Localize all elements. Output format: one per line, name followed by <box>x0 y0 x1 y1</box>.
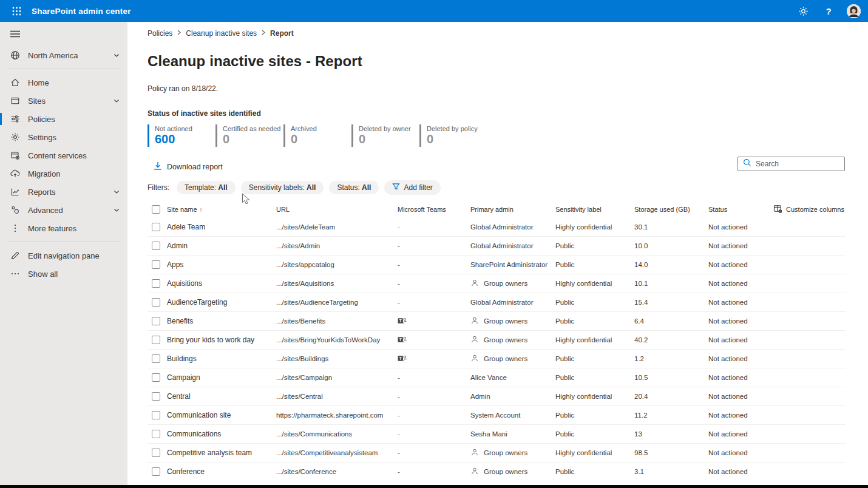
storage-used-cell: 30.1 <box>634 223 708 231</box>
primary-admin-cell: SharePoint Administrator <box>470 261 548 268</box>
sidebar-item-advanced[interactable]: Advanced <box>0 201 127 219</box>
counter-value: 0 <box>291 132 351 146</box>
filter-pill-status[interactable]: Status: All <box>329 181 379 194</box>
row-checkbox[interactable] <box>152 449 160 457</box>
status-counter-deleted-by-policy[interactable]: Deleted by policy0 <box>419 124 487 147</box>
sidebar-item-edit-navigation-pane[interactable]: Edit navigation pane <box>0 246 127 265</box>
account-avatar[interactable] <box>847 4 861 18</box>
sidebar-item-show-all[interactable]: Show all <box>0 265 127 283</box>
column-header-primary-admin[interactable]: Primary admin <box>470 206 555 213</box>
table-row[interactable]: Communication sitehttps://pharmateck.sha… <box>147 405 846 424</box>
row-checkbox[interactable] <box>152 392 160 401</box>
app-launcher-waffle-icon[interactable] <box>7 2 25 20</box>
site-name-cell[interactable]: Aquisitions <box>167 279 276 288</box>
table-row[interactable]: Aquisitions.../sites/Aquisitions-Group o… <box>147 274 846 293</box>
sensitivity-label-cell: Highly confidential <box>555 280 634 287</box>
row-checkbox[interactable] <box>152 467 160 476</box>
filter-pill-sensitivity-labels[interactable]: Sensitivity labels: All <box>241 181 324 194</box>
table-row[interactable]: Buildings.../sites/BuildingsTGroup owner… <box>147 349 846 368</box>
column-header-site-name[interactable]: Site name↑ <box>167 206 276 213</box>
sidebar-item-more-features[interactable]: More features <box>0 219 127 237</box>
site-name-cell[interactable]: Campaign <box>167 373 276 382</box>
filter-pill-template[interactable]: Template: All <box>177 181 236 194</box>
site-name-cell[interactable]: Benefits <box>167 317 276 325</box>
status-counter-certified-as-needed[interactable]: Certified as needed0 <box>215 124 283 147</box>
policies-icon <box>10 114 20 124</box>
table-row[interactable]: Conference.../sites/Conference-Group own… <box>147 462 846 481</box>
table-row[interactable]: Apps.../sites/appcatalog-SharePoint Admi… <box>147 255 846 274</box>
table-row[interactable]: AudienceTargeting.../sites/AudienceTarge… <box>147 293 846 311</box>
storage-used-cell: 1.2 <box>634 355 708 362</box>
download-report-button[interactable]: Download report <box>154 161 245 172</box>
row-checkbox[interactable] <box>152 298 160 307</box>
add-filter-button[interactable]: Add filter <box>384 180 440 195</box>
sidebar-item-home[interactable]: Home <box>0 73 127 92</box>
status-cell: Not actioned <box>708 261 846 268</box>
search-input[interactable] <box>756 160 839 168</box>
help-icon[interactable]: ? <box>821 4 836 18</box>
row-checkbox[interactable] <box>152 223 160 231</box>
column-header-sensitivity-label[interactable]: Sensitivity label <box>555 206 634 213</box>
status-counter-not-actioned[interactable]: Not actioned600 <box>147 124 215 147</box>
row-checkbox[interactable] <box>152 317 160 325</box>
table-row[interactable]: Bring your kids to work day.../sites/Bri… <box>147 330 846 349</box>
sidebar-item-label: Edit navigation pane <box>28 251 100 260</box>
site-name-cell[interactable]: Buildings <box>167 354 276 363</box>
status-counter-deleted-by-owner[interactable]: Deleted by owner0 <box>351 124 419 147</box>
customize-columns-button[interactable]: Customize columns <box>773 205 846 214</box>
site-name-cell[interactable]: Competitive analysis team <box>167 449 276 457</box>
site-name-cell[interactable]: AudienceTargeting <box>167 298 276 307</box>
site-name-cell[interactable]: Admin <box>167 242 276 250</box>
table-row[interactable]: Competitive analysis team.../sites/Compe… <box>147 443 846 462</box>
site-name-cell[interactable]: Communication site <box>167 411 276 419</box>
site-name-cell[interactable]: Apps <box>167 260 276 269</box>
storage-used-cell: 10.1 <box>634 280 708 287</box>
select-all-checkbox[interactable] <box>152 205 160 214</box>
sidebar-item-reports[interactable]: Reports <box>0 183 127 201</box>
breadcrumb-item[interactable]: Policies <box>147 29 172 38</box>
row-checkbox[interactable] <box>152 260 160 269</box>
filters-label: Filters: <box>147 183 169 192</box>
row-checkbox[interactable] <box>152 279 160 288</box>
column-header-url[interactable]: URL <box>276 206 398 213</box>
site-name-cell[interactable]: Communications <box>167 430 276 438</box>
row-checkbox[interactable] <box>152 430 160 438</box>
table-row[interactable]: Communications.../sites/Communications-S… <box>147 424 846 443</box>
settings-gear-icon[interactable] <box>796 4 810 18</box>
row-checkbox[interactable] <box>152 242 160 250</box>
sidebar-item-policies[interactable]: Policies <box>0 110 127 128</box>
site-name-cell[interactable]: Bring your kids to work day <box>167 336 276 344</box>
row-checkbox[interactable] <box>152 354 160 363</box>
left-navigation-pane: North America HomeSitesPoliciesSettingsC… <box>0 22 127 488</box>
status-cell: Not actioned <box>708 242 846 249</box>
sidebar-item-settings[interactable]: Settings <box>0 128 127 146</box>
table-row[interactable]: Campaign.../sites/Campaign-Alice VancePu… <box>147 368 846 387</box>
table-row[interactable]: Adele Team.../sites/AdeleTeam-Global Adm… <box>147 217 846 236</box>
column-header-microsoft-teams[interactable]: Microsoft Teams <box>398 206 470 213</box>
sidebar-item-label: Sites <box>28 97 46 106</box>
table-row[interactable]: Admin.../sites/Admin-Global Administrato… <box>147 236 846 255</box>
site-name-cell[interactable]: Adele Team <box>167 223 276 231</box>
sidebar-item-migration[interactable]: Migration <box>0 164 127 183</box>
row-checkbox[interactable] <box>152 336 160 344</box>
table-row[interactable]: Central.../sites/Central-AdminHighly con… <box>147 387 846 405</box>
column-header-storage-used-gb-[interactable]: Storage used (GB) <box>634 206 708 213</box>
sidebar-item-sites[interactable]: Sites <box>0 92 127 110</box>
site-name-cell[interactable]: Conference <box>167 467 276 476</box>
column-header-status[interactable]: Status <box>708 206 727 213</box>
chevron-down-icon <box>113 188 120 195</box>
sensitivity-label-cell: Public <box>555 412 634 419</box>
breadcrumb-item[interactable]: Cleanup inactive sites <box>186 29 257 38</box>
sidebar-item-content-services[interactable]: Content services <box>0 146 127 164</box>
nav-collapse-hamburger-icon[interactable] <box>0 22 127 42</box>
status-cell: Not actioned <box>708 223 846 231</box>
row-checkbox[interactable] <box>152 411 160 419</box>
person-icon <box>470 316 479 326</box>
status-counter-archived[interactable]: Archived0 <box>283 124 351 147</box>
row-checkbox[interactable] <box>152 373 160 382</box>
table-row[interactable]: Benefits.../sites/BenefitsTGroup ownersP… <box>147 311 846 330</box>
status-section-heading: Status of inactive sites identified <box>147 109 868 118</box>
sidebar-region-selector[interactable]: North America <box>0 46 127 64</box>
site-name-cell[interactable]: Central <box>167 392 276 401</box>
breadcrumb-item: Report <box>270 29 294 38</box>
